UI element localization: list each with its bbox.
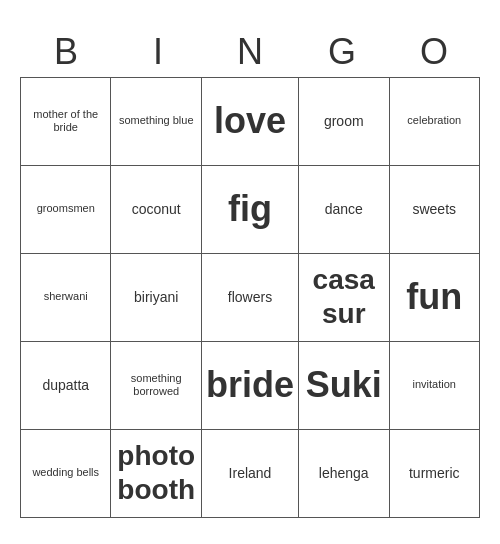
bingo-cell: photo booth [111, 430, 202, 518]
header-letter: I [112, 27, 204, 77]
bingo-cell: wedding bells [21, 430, 111, 518]
bingo-cell: dance [299, 166, 390, 254]
header-letter: G [296, 27, 388, 77]
bingo-cell: turmeric [390, 430, 481, 518]
bingo-cell: celebration [390, 78, 481, 166]
cell-text: bride [206, 363, 294, 406]
cell-text: biriyani [134, 289, 178, 306]
bingo-cell: fig [202, 166, 299, 254]
bingo-cell: sherwani [21, 254, 111, 342]
header-letter: O [388, 27, 480, 77]
bingo-cell: dupatta [21, 342, 111, 430]
bingo-cell: fun [390, 254, 481, 342]
cell-text: fun [406, 275, 462, 318]
cell-text: celebration [407, 114, 461, 127]
cell-text: fig [228, 187, 272, 230]
header-letter: N [204, 27, 296, 77]
bingo-grid: mother of the bridesomething bluelovegro… [20, 77, 480, 518]
cell-text: casa sur [303, 263, 385, 330]
bingo-cell: something borrowed [111, 342, 202, 430]
cell-text: flowers [228, 289, 272, 306]
cell-text: turmeric [409, 465, 460, 482]
cell-text: dupatta [42, 377, 89, 394]
bingo-cell: lehenga [299, 430, 390, 518]
bingo-cell: love [202, 78, 299, 166]
cell-text: dance [325, 201, 363, 218]
bingo-header: BINGO [20, 27, 480, 77]
cell-text: love [214, 99, 286, 142]
cell-text: wedding bells [32, 466, 99, 479]
bingo-cell: mother of the bride [21, 78, 111, 166]
bingo-card: BINGO mother of the bridesomething bluel… [20, 27, 480, 518]
bingo-cell: Suki [299, 342, 390, 430]
bingo-cell: casa sur [299, 254, 390, 342]
bingo-cell: groomsmen [21, 166, 111, 254]
cell-text: coconut [132, 201, 181, 218]
cell-text: mother of the bride [25, 108, 106, 134]
cell-text: Ireland [229, 465, 272, 482]
cell-text: Suki [306, 363, 382, 406]
bingo-cell: biriyani [111, 254, 202, 342]
bingo-cell: bride [202, 342, 299, 430]
cell-text: something blue [119, 114, 194, 127]
bingo-cell: sweets [390, 166, 481, 254]
bingo-cell: invitation [390, 342, 481, 430]
cell-text: sherwani [44, 290, 88, 303]
header-letter: B [20, 27, 112, 77]
bingo-cell: something blue [111, 78, 202, 166]
cell-text: something borrowed [115, 372, 197, 398]
cell-text: groom [324, 113, 364, 130]
cell-text: invitation [413, 378, 456, 391]
cell-text: groomsmen [37, 202, 95, 215]
bingo-cell: groom [299, 78, 390, 166]
bingo-cell: flowers [202, 254, 299, 342]
cell-text: lehenga [319, 465, 369, 482]
cell-text: photo booth [115, 439, 197, 506]
cell-text: sweets [412, 201, 456, 218]
bingo-cell: Ireland [202, 430, 299, 518]
bingo-cell: coconut [111, 166, 202, 254]
